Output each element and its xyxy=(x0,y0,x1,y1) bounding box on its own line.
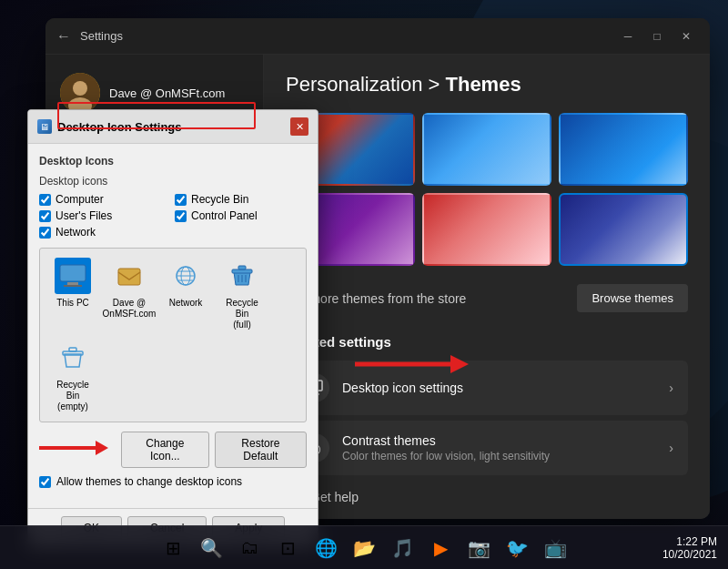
computer-checkbox[interactable] xyxy=(39,194,51,206)
controlpanel-checkbox[interactable] xyxy=(175,210,187,222)
main-panel: Personalization > Themes Get more themes… xyxy=(264,55,710,519)
taskbar-time: 1:22 PM10/20/2021 xyxy=(662,535,717,561)
user-icon-item[interactable]: Dave @OnMSFt.com xyxy=(106,258,153,330)
usersfiles-checkbox[interactable] xyxy=(39,210,51,222)
computer-checkbox-item[interactable]: Computer xyxy=(39,193,171,206)
recyclebin-full-icon-box xyxy=(224,258,260,294)
user-name: Dave @ OnMSFt.com xyxy=(109,86,225,100)
thispc-icon-item[interactable]: This PC xyxy=(49,258,96,330)
window-title: Settings xyxy=(80,29,123,43)
window-controls: ─ □ ✕ xyxy=(615,24,699,49)
change-icon-row: Change Icon... Restore Default xyxy=(39,432,307,468)
browse-themes-button[interactable]: Browse themes xyxy=(577,284,688,312)
allow-themes-checkbox[interactable] xyxy=(39,476,51,488)
recyclebin-checkbox-item[interactable]: Recycle Bin xyxy=(175,193,307,206)
svg-point-1 xyxy=(73,81,87,96)
taskbar-media-button[interactable]: 📺 xyxy=(539,532,571,564)
breadcrumb-bold: Themes xyxy=(446,73,521,96)
restore-default-button[interactable]: Restore Default xyxy=(215,432,307,468)
taskbar-spotify-button[interactable]: 🎵 xyxy=(386,532,419,564)
taskbar-camera-button[interactable]: 📷 xyxy=(462,532,495,564)
contrast-themes-desc: Color themes for low vision, light sensi… xyxy=(342,450,669,462)
usersfiles-checkbox-item[interactable]: User's Files xyxy=(39,209,171,222)
recyclebin-full-icon-label: Recycle Bin(full) xyxy=(218,298,266,330)
thispc-icon-box xyxy=(55,258,91,294)
taskbar: ⊞ 🔍 🗂 ⊡ 🌐 📂 🎵 ▶ 📷 🐦 📺 1:22 PM10/20/2021 xyxy=(0,525,728,569)
desktop-icon-settings-row[interactable]: Desktop icon settings › xyxy=(286,361,688,415)
user-icon-label: Dave @OnMSFt.com xyxy=(103,298,157,320)
recyclebin-empty-icon-item[interactable]: Recycle Bin(empty) xyxy=(49,340,96,412)
theme-item-3[interactable] xyxy=(559,113,688,186)
change-icon-button[interactable]: Change Icon... xyxy=(121,432,209,468)
desktop-icon-settings-name: Desktop icon settings xyxy=(342,381,669,395)
desktop-icon-settings-info: Desktop icon settings xyxy=(342,381,669,395)
theme-item-2[interactable] xyxy=(422,113,551,186)
breadcrumb: Personalization > Themes xyxy=(286,73,688,97)
minimize-button[interactable]: ─ xyxy=(615,24,641,49)
change-icon-actions: Change Icon... Restore Default xyxy=(39,432,307,468)
dialog-close-button[interactable]: ✕ xyxy=(290,117,308,136)
get-help-row[interactable]: 💬 Get help xyxy=(286,481,688,513)
contrast-themes-name: Contrast themes xyxy=(342,433,669,448)
desktop-icon-settings-dialog: 🖥 Desktop Icon Settings ✕ Desktop Icons … xyxy=(27,109,318,548)
taskbar-explorer-button[interactable]: 📂 xyxy=(348,532,380,564)
theme-item-5[interactable] xyxy=(422,193,551,266)
controlpanel-label: Control Panel xyxy=(191,209,258,222)
usersfiles-label: User's Files xyxy=(56,209,112,222)
taskbar-twitter-button[interactable]: 🐦 xyxy=(500,532,533,564)
network-icon-box xyxy=(167,258,204,294)
network-checkbox-item[interactable]: Network xyxy=(39,226,171,239)
recyclebin-empty-icon-box xyxy=(55,340,91,376)
svg-rect-17 xyxy=(232,269,252,273)
taskbar-edge-button[interactable]: 🌐 xyxy=(309,532,342,564)
network-checkbox[interactable] xyxy=(39,227,51,239)
network-label: Network xyxy=(56,226,96,239)
allow-themes-row[interactable]: Allow themes to change desktop icons xyxy=(39,475,307,488)
avatar xyxy=(60,73,100,113)
taskbar-snap-button[interactable]: ⊡ xyxy=(271,532,304,564)
computer-label: Computer xyxy=(56,193,104,206)
browse-row: Get more themes from the store Browse th… xyxy=(286,280,688,316)
title-bar: ← Settings ─ □ ✕ xyxy=(46,18,710,55)
network-icon-item[interactable]: Network xyxy=(162,258,209,330)
svg-rect-10 xyxy=(64,285,82,287)
taskbar-play-button[interactable]: ▶ xyxy=(424,532,457,564)
contrast-themes-info: Contrast themes Color themes for low vis… xyxy=(342,433,669,462)
taskbar-widgets-button[interactable]: 🗂 xyxy=(233,532,266,564)
recyclebin-empty-icon-label: Recycle Bin(empty) xyxy=(49,380,96,412)
related-settings-section: Related settings Desktop icon settings › xyxy=(286,334,688,519)
taskbar-search-button[interactable]: 🔍 xyxy=(195,532,228,564)
svg-rect-23 xyxy=(69,348,76,351)
svg-marker-25 xyxy=(96,441,108,455)
icon-preview-row: This PC Dave @OnMSFt.com xyxy=(39,248,307,422)
allow-themes-label: Allow themes to change desktop icons xyxy=(56,475,242,488)
red-arrow-change-icon xyxy=(39,437,112,462)
theme-item-6[interactable] xyxy=(559,193,688,266)
desktop-icon-settings-chevron: › xyxy=(669,381,673,395)
recyclebin-full-icon-item[interactable]: Recycle Bin(full) xyxy=(218,258,266,330)
back-button[interactable]: ← xyxy=(56,28,71,45)
thispc-icon-label: This PC xyxy=(56,298,89,309)
related-settings-title: Related settings xyxy=(286,334,688,350)
dialog-sub-label: Desktop icons xyxy=(39,175,307,188)
dialog-titlebar: 🖥 Desktop Icon Settings ✕ xyxy=(28,110,318,144)
network-icon-label: Network xyxy=(169,298,203,309)
maximize-button[interactable]: □ xyxy=(644,24,670,49)
svg-rect-18 xyxy=(238,266,246,269)
page-header: Personalization > Themes xyxy=(286,73,688,97)
contrast-themes-row[interactable]: ◐ Contrast themes Color themes for low v… xyxy=(286,421,688,475)
recyclebin-label: Recycle Bin xyxy=(191,193,248,206)
close-button[interactable]: ✕ xyxy=(673,24,699,49)
breadcrumb-prefix: Personalization > xyxy=(286,73,446,96)
checkbox-grid: Computer Recycle Bin User's Files Contro… xyxy=(39,193,307,239)
svg-rect-8 xyxy=(60,265,86,281)
user-icon-box xyxy=(111,258,147,294)
themes-grid xyxy=(286,113,688,266)
recyclebin-checkbox[interactable] xyxy=(175,194,187,206)
dialog-body: Desktop Icons Desktop icons Computer Rec… xyxy=(28,144,318,508)
controlpanel-checkbox-item[interactable]: Control Panel xyxy=(175,209,307,222)
taskbar-start-button[interactable]: ⊞ xyxy=(157,532,189,564)
dialog-section-label: Desktop Icons xyxy=(39,155,307,168)
dialog-title-text: Desktop Icon Settings xyxy=(57,120,285,134)
give-feedback-row[interactable]: 👤 Give feedback xyxy=(286,513,688,519)
